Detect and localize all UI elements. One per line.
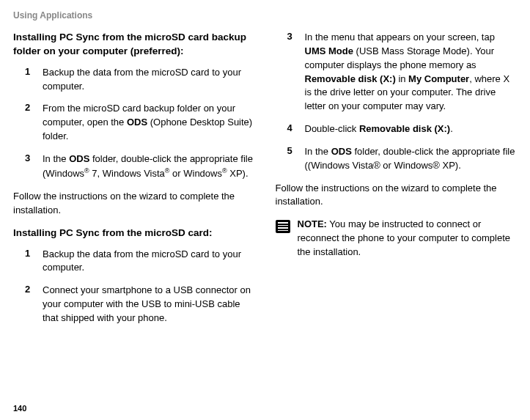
text: In the: [43, 153, 69, 164]
text: or Windows: [169, 168, 222, 179]
item-number: 2: [25, 102, 43, 144]
list-item: 3 In the ODS folder, double-click the ap…: [25, 152, 254, 181]
list-item: 1 Backup the data from the microSD card …: [25, 66, 254, 94]
left-column: Installing PC Sync from the microSD card…: [13, 31, 254, 334]
bold-text: ODS: [69, 153, 89, 164]
item-number: 5: [287, 145, 305, 173]
text: in: [396, 73, 408, 84]
item-number: 1: [25, 66, 43, 94]
list-item: 2 From the microSD card backup folder on…: [25, 102, 254, 144]
item-number: 1: [25, 248, 43, 276]
note-text: NOTE: You may be instructed to connect o…: [298, 218, 516, 259]
list-item: 4 Double-click Removable disk (X:).: [287, 122, 516, 136]
item-text: In the ODS folder, double-click the appr…: [305, 145, 516, 173]
text: .: [450, 123, 453, 134]
registered-mark: ®: [222, 167, 227, 174]
item-number: 3: [25, 152, 43, 181]
item-text: Connect your smartphone to a USB connect…: [43, 284, 254, 325]
item-number: 2: [25, 284, 43, 325]
text: In the: [305, 146, 331, 157]
item-text: Backup the data from the microSD card to…: [43, 248, 254, 276]
chapter-header: Using Applications: [13, 10, 515, 21]
item-text: From the microSD card backup folder on y…: [43, 102, 254, 144]
item-text: In the ODS folder, double-click the appr…: [43, 152, 254, 181]
note-icon: [276, 220, 290, 233]
list-item: 3 In the menu that appears on your scree…: [287, 31, 516, 114]
paragraph: Follow the instructions on the wizard to…: [13, 190, 254, 218]
text: Double-click: [305, 123, 359, 134]
right-column: 3 In the menu that appears on your scree…: [276, 31, 516, 334]
item-number: 4: [287, 122, 305, 136]
item-text: In the menu that appears on your screen,…: [305, 31, 516, 114]
bold-text: Removable disk (X:): [305, 73, 396, 84]
paragraph: Follow the instructions on the wizard to…: [276, 182, 516, 210]
bold-text: UMS Mode: [305, 45, 353, 56]
note-block: NOTE: You may be instructed to connect o…: [276, 218, 516, 259]
item-text: Backup the data from the microSD card to…: [43, 66, 254, 94]
section-title-2: Installing PC Sync from the microSD card…: [13, 226, 254, 240]
bold-text: ODS: [127, 117, 147, 128]
list-item: 1 Backup the data from the microSD card …: [25, 248, 254, 276]
note-label: NOTE:: [298, 218, 327, 229]
bold-text: My Computer: [408, 73, 469, 84]
text: You may be instructed to connect or reco…: [298, 218, 511, 257]
list-item: 2 Connect your smartphone to a USB conne…: [25, 284, 254, 325]
bold-text: Removable disk (X:): [359, 123, 450, 134]
section-title-1: Installing PC Sync from the microSD card…: [13, 31, 254, 59]
two-column-layout: Installing PC Sync from the microSD card…: [13, 31, 515, 334]
list-item: 5 In the ODS folder, double-click the ap…: [287, 145, 516, 173]
text: 7, Windows Vista: [89, 168, 165, 179]
bold-text: ODS: [331, 146, 352, 157]
registered-mark: ®: [84, 167, 89, 174]
text: XP).: [227, 168, 249, 179]
item-number: 3: [287, 31, 305, 114]
page-number: 140: [13, 404, 26, 413]
text: In the menu that appears on your screen,…: [305, 32, 495, 43]
item-text: Double-click Removable disk (X:).: [305, 122, 516, 136]
